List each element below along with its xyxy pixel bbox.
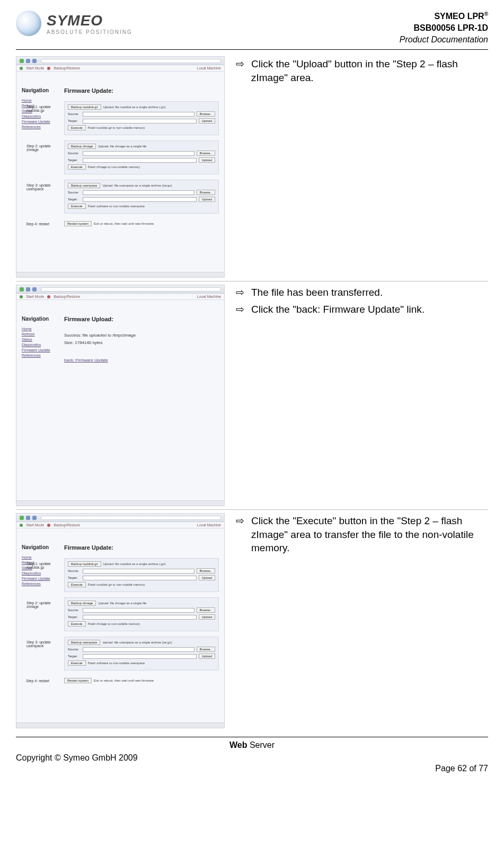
upload-button[interactable]: Upload: [199, 575, 215, 580]
backup-button[interactable]: Backup zImage: [68, 601, 96, 606]
source-input[interactable]: [83, 190, 194, 195]
logo-name: SYMEO: [47, 12, 132, 29]
backup-button[interactable]: Backup zImage: [68, 144, 96, 149]
target-input[interactable]: [83, 119, 197, 123]
header-meta: SYMEO LPR® BSB00056 LPR-1D Product Docum…: [400, 11, 488, 45]
execute-button[interactable]: Execute: [68, 204, 86, 209]
content-heading: Firmware Update:: [64, 87, 219, 94]
nav-link[interactable]: References: [22, 582, 57, 586]
screenshot-firmware-update: Start ModeBackup/RestoreLocal Machine Na…: [16, 513, 225, 728]
logo-block: SYMEO ABSOLUTE POSITIONING: [16, 11, 132, 36]
nav-link[interactable]: Home: [22, 99, 57, 102]
step-label: Step 2: update zImage: [26, 601, 61, 608]
execute-button[interactable]: Execute: [68, 125, 86, 130]
instruction-bullet: ⇨ The file has been transferred.: [235, 286, 485, 299]
content-heading: Firmware Upload:: [64, 316, 219, 322]
upload-button[interactable]: Upload: [199, 118, 215, 123]
upload-button[interactable]: Upload: [199, 614, 215, 620]
nav-link[interactable]: Refresh: [22, 332, 57, 336]
step-panel: Step 4: restart Restart systemExit or re…: [64, 676, 219, 687]
upload-button[interactable]: Upload: [199, 157, 215, 163]
nav-link[interactable]: Home: [22, 555, 57, 559]
instruction-row: Start ModeBackup/RestoreLocal Machine Na…: [16, 54, 488, 280]
backup-button[interactable]: Backup rootdisk.gz: [68, 561, 101, 567]
nav-heading: Navigation: [22, 316, 57, 322]
browse-button[interactable]: Browse..: [197, 568, 215, 574]
upload-button[interactable]: Upload: [199, 654, 215, 659]
arrow-right-icon: ⇨: [235, 286, 245, 299]
step-panel: Step 3: update userspace Backup userspac…: [64, 180, 219, 214]
instruction-row: Start ModeBackup/RestoreLocal Machine Na…: [16, 511, 488, 730]
nav-link[interactable]: Diagnostics: [22, 114, 57, 118]
execute-button[interactable]: Execute: [68, 660, 86, 666]
backup-button[interactable]: Backup userspace: [68, 640, 100, 645]
nav-link[interactable]: Diagnostics: [22, 343, 57, 347]
instruction-text: Click the "Upload" button in the "Step 2…: [251, 57, 485, 84]
browse-button[interactable]: Browse..: [197, 151, 215, 156]
step-panel: Step 3: update userspace Backup userspac…: [64, 637, 219, 670]
execute-button[interactable]: Execute: [68, 621, 86, 627]
nav-link[interactable]: Home: [22, 327, 57, 331]
source-input[interactable]: [83, 647, 194, 652]
upload-button[interactable]: Upload: [199, 197, 215, 202]
restart-button[interactable]: Restart system: [64, 221, 92, 226]
row-divider: [16, 281, 488, 281]
source-input[interactable]: [83, 112, 194, 117]
step-panel: Step 1: update rootdisk.gz Backup rootdi…: [64, 558, 219, 592]
arrow-right-icon: ⇨: [235, 514, 245, 555]
browse-button[interactable]: Browse..: [197, 190, 215, 195]
nav-link[interactable]: Firmware Update: [22, 577, 57, 580]
browse-button[interactable]: Browse..: [197, 607, 215, 613]
step-panel: Step 4: restart Restart systemExit or re…: [64, 219, 219, 230]
execute-button[interactable]: Execute: [68, 164, 86, 170]
step-label: Step 1: update rootdisk.gz: [26, 105, 61, 112]
page-header: SYMEO ABSOLUTE POSITIONING SYMEO LPR® BS…: [16, 11, 488, 50]
screenshot-firmware-upload: Start ModeBackup/RestoreLocal Machine Na…: [16, 285, 225, 506]
browse-button[interactable]: Browse..: [197, 647, 215, 652]
upload-size-text: Size: 1784140 bytes: [64, 339, 219, 347]
registered-mark: ®: [484, 11, 488, 17]
backup-button[interactable]: Backup userspace: [68, 183, 100, 188]
step-label: Step 3: update userspace: [26, 640, 61, 648]
row-divider: [16, 509, 488, 510]
nav-link[interactable]: Status: [22, 338, 57, 341]
step-label: Step 4: restart: [26, 679, 61, 683]
target-input[interactable]: [83, 576, 197, 580]
target-input[interactable]: [83, 654, 197, 659]
nav-link[interactable]: Diagnostics: [22, 571, 57, 575]
logo-sphere-icon: [16, 11, 41, 36]
source-input[interactable]: [83, 569, 194, 574]
logo-tagline: ABSOLUTE POSITIONING: [47, 29, 132, 35]
instruction-text: Click the "back: Firmware Update" link.: [251, 303, 485, 316]
instruction-row: Start ModeBackup/RestoreLocal Machine Na…: [16, 283, 488, 508]
execute-button[interactable]: Execute: [68, 582, 86, 587]
nav-link[interactable]: Firmware Update: [22, 348, 57, 352]
target-input[interactable]: [83, 197, 197, 202]
product-name: SYMEO LPR: [434, 12, 484, 21]
step-panel: Step 1: update rootdisk.gz Backup rootdi…: [64, 101, 219, 135]
source-input[interactable]: [83, 151, 194, 156]
doc-id: BSB00056 LPR-1D: [400, 22, 488, 34]
nav-link[interactable]: References: [22, 125, 57, 129]
step-panel: Step 2: update zImage Backup zImageUploa…: [64, 140, 219, 174]
restart-button[interactable]: Restart system: [64, 678, 92, 683]
nav-link[interactable]: Firmware Update: [22, 120, 57, 123]
backup-button[interactable]: Backup rootdisk.gz: [68, 104, 101, 110]
page-footer: Web Server Copyright © Symeo GmbH 2009 P…: [16, 737, 488, 773]
instruction-bullet: ⇨ Click the "Execute" button in the "Ste…: [235, 514, 485, 555]
source-input[interactable]: [83, 608, 194, 613]
arrow-right-icon: ⇨: [235, 303, 245, 316]
back-link[interactable]: back: Firmware Update: [64, 358, 108, 363]
step-label: Step 4: restart: [26, 222, 61, 226]
arrow-right-icon: ⇨: [235, 57, 245, 84]
nav-heading: Navigation: [22, 544, 57, 550]
step-label: Step 3: update userspace: [26, 183, 61, 191]
doc-type: Product Documentation: [400, 34, 488, 46]
step-label: Step 2: update zImage: [26, 144, 61, 152]
target-input[interactable]: [83, 615, 197, 620]
instruction-bullet: ⇨ Click the "back: Firmware Update" link…: [235, 303, 485, 316]
instruction-text: Click the "Execute" button in the "Step …: [251, 514, 485, 555]
browse-button[interactable]: Browse..: [197, 111, 215, 117]
nav-link[interactable]: References: [22, 354, 57, 357]
target-input[interactable]: [83, 158, 197, 163]
